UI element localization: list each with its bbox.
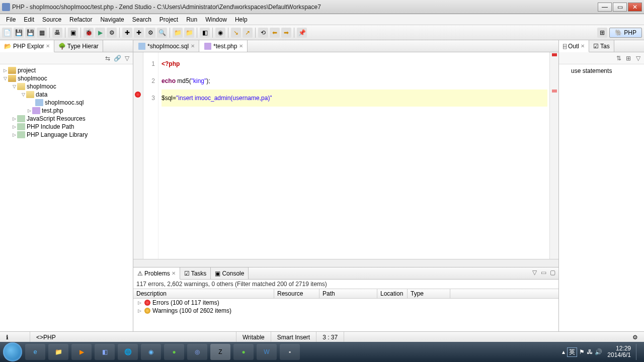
volume-icon[interactable]: 🔊 <box>595 348 602 355</box>
maximize-view-icon[interactable]: ▢ <box>548 268 556 277</box>
app3-icon[interactable]: ● <box>164 344 184 360</box>
open-perspective-icon[interactable]: ⊞ <box>597 28 607 38</box>
tray-up-icon[interactable]: ▴ <box>562 348 565 355</box>
start-button[interactable] <box>3 342 22 361</box>
tool-icon[interactable]: ⚙ <box>145 28 155 38</box>
new-icon[interactable]: 📄 <box>2 28 12 38</box>
menu-icon[interactable]: ▽ <box>634 54 642 62</box>
taskbar-clock[interactable]: 12:29 2014/6/1 <box>604 345 634 358</box>
menu-file[interactable]: File <box>2 15 20 24</box>
problems-row-warnings[interactable]: ▷Warnings (100 of 2602 items) <box>133 307 558 315</box>
saveall-icon[interactable]: 💾 <box>25 28 35 38</box>
outline-item[interactable]: use statements <box>561 66 642 75</box>
menu-source[interactable]: Source <box>38 15 65 24</box>
tree-item-phplib[interactable]: ▷PHP Language Library <box>0 131 133 139</box>
code-area[interactable]: <?php echo md5("king"); $sql="insert imo… <box>158 52 549 259</box>
action-icon[interactable]: ⚑ <box>579 348 585 355</box>
folder2-icon[interactable]: 📁 <box>184 28 194 38</box>
view-menu-icon[interactable]: ▽ <box>530 268 538 277</box>
app1-icon[interactable]: ◧ <box>95 344 115 360</box>
menu-window[interactable]: Window <box>201 15 231 24</box>
wmp-icon[interactable]: ▶ <box>71 344 92 360</box>
horizontal-scrollbar[interactable] <box>133 259 558 267</box>
menu-navigate[interactable]: Navigate <box>96 15 128 24</box>
run-icon[interactable]: ▶ <box>95 28 105 38</box>
link-icon[interactable]: 🔗 <box>113 54 121 62</box>
zend-icon[interactable]: Z <box>210 344 230 360</box>
search-icon[interactable]: 🔍 <box>157 28 167 38</box>
overview-error-icon[interactable] <box>552 89 557 93</box>
close-icon[interactable]: ✕ <box>172 270 176 276</box>
marker-icon[interactable]: ◧ <box>200 28 210 38</box>
app4-icon[interactable]: ◎ <box>187 344 207 360</box>
menu-refactor[interactable]: Refactor <box>65 15 96 24</box>
menu-search[interactable]: Search <box>128 15 155 24</box>
close-icon[interactable]: ✕ <box>581 43 585 49</box>
menu-icon[interactable]: ▽ <box>123 54 131 62</box>
sort-icon[interactable]: ⇅ <box>615 54 623 62</box>
error-marker-icon[interactable] <box>135 92 141 98</box>
editor-body[interactable]: 1 2 3 <?php echo md5("king"); $sql="inse… <box>133 52 558 259</box>
close-icon[interactable]: ✕ <box>191 43 195 49</box>
next-ann-icon[interactable]: ↘ <box>231 28 241 38</box>
vertical-ruler[interactable] <box>133 52 143 259</box>
console-tab[interactable]: ▣ Console <box>211 267 249 279</box>
close-icon[interactable]: ✕ <box>46 43 50 49</box>
editor-tab-sql[interactable]: *shopImooc.sql ✕ <box>133 40 199 52</box>
show-desktop[interactable] <box>636 344 641 360</box>
toggle-icon[interactable]: ▦ <box>37 28 47 38</box>
app2-icon[interactable]: ◉ <box>141 344 161 360</box>
problems-table[interactable]: Description Resource Path Location Type … <box>133 289 558 331</box>
outline-tab[interactable]: ⌸ Outl ✕ <box>559 40 589 52</box>
problems-tab[interactable]: ⚠ Problems ✕ <box>133 267 180 280</box>
problems-row-errors[interactable]: ▷Errors (100 of 117 items) <box>133 299 558 307</box>
back-icon[interactable]: ⬅ <box>270 28 280 38</box>
tree-item-project[interactable]: ▷project <box>0 66 133 74</box>
tree-item-sql[interactable]: shopImooc.sql <box>0 99 133 107</box>
new-proj-icon[interactable]: ✚ <box>122 28 132 38</box>
new-file-icon[interactable]: ✚ <box>134 28 144 38</box>
tree-item-jsres[interactable]: ▷JavaScript Resources <box>0 115 133 123</box>
tasks-tab[interactable]: ☑ Tas <box>589 40 614 52</box>
filter-icon[interactable]: ⊞ <box>624 54 632 62</box>
type-hierarchy-tab[interactable]: 🌳 Type Hierar <box>54 40 103 52</box>
menu-project[interactable]: Project <box>155 15 182 24</box>
minimize-button[interactable]: — <box>598 3 612 12</box>
menu-help[interactable]: Help <box>231 15 252 24</box>
debug-icon[interactable]: 🐞 <box>84 28 94 38</box>
save-icon[interactable]: 💾 <box>14 28 24 38</box>
close-button[interactable]: ✕ <box>628 3 642 12</box>
project-tree[interactable]: ▷project ▽shopImooc ▽shopImooc ▽data sho… <box>0 64 133 331</box>
editor-tab-testphp[interactable]: *test.php ✕ <box>199 40 248 52</box>
explorer-icon[interactable]: 📁 <box>48 344 68 360</box>
build-icon[interactable]: ▣ <box>68 28 78 38</box>
close-icon[interactable]: ✕ <box>239 43 243 49</box>
collapse-icon[interactable]: ⇆ <box>104 54 112 62</box>
tree-item-data[interactable]: ▽data <box>0 90 133 99</box>
ext-tools-icon[interactable]: ⚙ <box>107 28 117 38</box>
app5-icon[interactable]: ● <box>233 344 254 360</box>
fwd-icon[interactable]: ➡ <box>281 28 291 38</box>
tree-item-shopimooc2[interactable]: ▽shopImooc <box>0 82 133 90</box>
overview-ruler[interactable] <box>549 52 558 259</box>
prev-ann-icon[interactable]: ↗ <box>243 28 253 38</box>
print-icon[interactable]: 🖶 <box>52 28 62 38</box>
chrome-icon[interactable]: 🌐 <box>118 344 138 360</box>
outline-body[interactable]: use statements <box>559 64 644 331</box>
system-tray[interactable]: ▴ 英 ⚑ 🖧 🔊 12:29 2014/6/1 <box>562 344 641 360</box>
ime-icon[interactable]: 英 <box>567 347 577 357</box>
cmd-icon[interactable]: ▪ <box>280 344 300 360</box>
tasks-tab[interactable]: ☑ Tasks <box>180 267 211 279</box>
menu-edit[interactable]: Edit <box>20 15 38 24</box>
tree-item-includepath[interactable]: ▷PHP Include Path <box>0 123 133 131</box>
pin-icon[interactable]: 📌 <box>297 28 307 38</box>
network-icon[interactable]: 🖧 <box>587 348 593 355</box>
folder-icon[interactable]: 📁 <box>173 28 183 38</box>
minimize-view-icon[interactable]: ▭ <box>539 268 547 277</box>
menu-run[interactable]: Run <box>182 15 201 24</box>
tree-item-shopimooc[interactable]: ▽shopImooc <box>0 74 133 82</box>
last-edit-icon[interactable]: ⟲ <box>258 28 268 38</box>
php-explorer-tab[interactable]: 📂 PHP Explor ✕ <box>0 40 54 52</box>
tree-item-testphp[interactable]: ▷test.php <box>0 107 133 115</box>
php-perspective[interactable]: 🐘 PHP <box>609 28 642 38</box>
